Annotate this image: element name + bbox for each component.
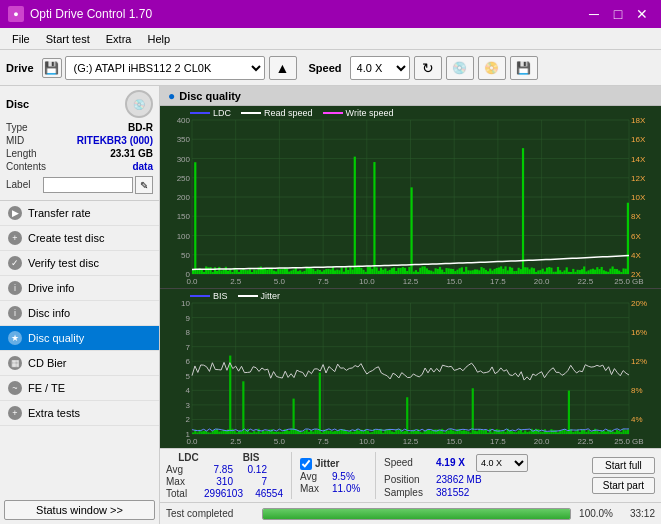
position-label: Position — [384, 474, 432, 485]
sidebar-item-disc-info[interactable]: i Disc info — [0, 301, 159, 326]
label-input[interactable] — [43, 177, 133, 193]
disc-label-label: Label — [6, 179, 30, 190]
start-part-button[interactable]: Start part — [592, 477, 655, 494]
ldc-bis-stats: LDC BIS Avg 7.85 0.12 Max 310 7 Total 29… — [166, 452, 283, 499]
bis-chart: BIS Jitter — [160, 289, 661, 448]
label-edit-button[interactable]: ✎ — [135, 176, 153, 194]
disc-icon: 💿 — [125, 90, 153, 118]
ldc-legend-label: LDC — [213, 108, 231, 118]
type-value: BD-R — [128, 122, 153, 133]
jitter-max: 11.0% — [332, 483, 367, 494]
mid-value: RITEKBR3 (000) — [77, 135, 153, 146]
title-bar: ● Opti Drive Control 1.70 ─ □ ✕ — [0, 0, 661, 28]
avg-label: Avg — [166, 464, 194, 475]
sidebar: Disc 💿 Type BD-R MID RITEKBR3 (000) Leng… — [0, 86, 160, 524]
sidebar-item-extra-tests[interactable]: + Extra tests — [0, 401, 159, 426]
extra-tests-label: Extra tests — [28, 407, 80, 419]
sidebar-item-disc-quality[interactable]: ★ Disc quality — [0, 326, 159, 351]
position-row: Position 23862 MB — [384, 474, 528, 485]
total-row: Total 2996103 46554 — [166, 488, 283, 499]
sidebar-item-create-test-disc[interactable]: + Create test disc — [0, 226, 159, 251]
speed-stat-select[interactable]: 4.0 X — [476, 454, 528, 472]
disc-panel-title: Disc — [6, 98, 29, 110]
mid-label: MID — [6, 135, 24, 146]
bis-legend-dot — [190, 295, 210, 297]
disc-button2[interactable]: 📀 — [478, 56, 506, 80]
disc-quality-header-icon: ● — [168, 89, 175, 103]
label-input-area: ✎ — [43, 176, 153, 194]
speed-val: 4.19 X — [436, 457, 472, 468]
speed-select[interactable]: 4.0 X — [350, 56, 410, 80]
extra-tests-icon: + — [8, 406, 22, 420]
sidebar-item-drive-info[interactable]: i Drive info — [0, 276, 159, 301]
menu-start-test[interactable]: Start test — [38, 31, 98, 47]
minimize-button[interactable]: ─ — [583, 3, 605, 25]
jitter-avg-row: Avg 9.5% — [300, 471, 367, 482]
bis-chart-legend: BIS Jitter — [190, 291, 280, 301]
bis-legend-label: BIS — [213, 291, 228, 301]
jitter-checkbox[interactable] — [300, 458, 312, 470]
speed-row: Speed 4.19 X 4.0 X — [384, 454, 528, 472]
status-window-button[interactable]: Status window >> — [4, 500, 155, 520]
cd-bier-icon: ▦ — [8, 356, 22, 370]
legend-jitter: Jitter — [238, 291, 281, 301]
bis-total: 46554 — [247, 488, 283, 499]
progress-time: 33:12 — [619, 508, 655, 519]
progress-bar-fill — [263, 509, 570, 519]
transfer-rate-icon: ▶ — [8, 206, 22, 220]
legend-bis: BIS — [190, 291, 228, 301]
divider2 — [375, 452, 376, 499]
bis-avg: 0.12 — [237, 464, 267, 475]
progress-area: Test completed 100.0% 33:12 — [160, 502, 661, 524]
start-buttons: Start full Start part — [592, 457, 655, 494]
ldc-chart-legend: LDC Read speed Write speed — [190, 108, 393, 118]
jitter-stats: Jitter Avg 9.5% Max 11.0% — [300, 458, 367, 494]
sidebar-item-cd-bier[interactable]: ▦ CD Bier — [0, 351, 159, 376]
sidebar-item-verify-test-disc[interactable]: ✓ Verify test disc — [0, 251, 159, 276]
drive-select[interactable]: (G:) ATAPI iHBS112 2 CL0K — [65, 56, 265, 80]
menu-file[interactable]: File — [4, 31, 38, 47]
disc-button1[interactable]: 💿 — [446, 56, 474, 80]
write-legend-label: Write speed — [346, 108, 394, 118]
ldc-max: 310 — [198, 476, 233, 487]
jitter-max-label: Max — [300, 483, 328, 494]
read-legend-label: Read speed — [264, 108, 313, 118]
verify-test-disc-icon: ✓ — [8, 256, 22, 270]
ldc-chart-canvas — [160, 106, 661, 288]
ldc-avg: 7.85 — [198, 464, 233, 475]
stats-headers: LDC BIS — [166, 452, 283, 463]
disc-quality-label: Disc quality — [28, 332, 84, 344]
jitter-avg: 9.5% — [332, 471, 367, 482]
speed-pos-stats: Speed 4.19 X 4.0 X Position 23862 MB Sam… — [384, 454, 528, 498]
create-test-disc-label: Create test disc — [28, 232, 104, 244]
maximize-button[interactable]: □ — [607, 3, 629, 25]
ldc-chart: LDC Read speed Write speed — [160, 106, 661, 289]
jitter-max-row: Max 11.0% — [300, 483, 367, 494]
bis-max: 7 — [237, 476, 267, 487]
right-content: ● Disc quality LDC Read speed — [160, 86, 661, 524]
sidebar-item-fe-te[interactable]: ~ FE / TE — [0, 376, 159, 401]
eject-button[interactable]: ▲ — [269, 56, 297, 80]
sidebar-item-transfer-rate[interactable]: ▶ Transfer rate — [0, 201, 159, 226]
disc-info-icon: i — [8, 306, 22, 320]
close-button[interactable]: ✕ — [631, 3, 653, 25]
total-label: Total — [166, 488, 194, 499]
jitter-stat-label: Jitter — [315, 458, 339, 469]
ldc-header: LDC — [166, 452, 211, 463]
menu-help[interactable]: Help — [139, 31, 178, 47]
fe-te-label: FE / TE — [28, 382, 65, 394]
progress-bar-container — [262, 508, 571, 520]
disc-quality-header: ● Disc quality — [160, 86, 661, 106]
save-button[interactable]: 💾 — [510, 56, 538, 80]
nav-items: ▶ Transfer rate + Create test disc ✓ Ver… — [0, 201, 159, 496]
length-value: 23.31 GB — [110, 148, 153, 159]
refresh-button[interactable]: ↻ — [414, 56, 442, 80]
speed-stat-label: Speed — [384, 457, 432, 468]
length-label: Length — [6, 148, 37, 159]
samples-row: Samples 381552 — [384, 487, 528, 498]
menu-bar: File Start test Extra Help — [0, 28, 661, 50]
menu-extra[interactable]: Extra — [98, 31, 140, 47]
start-full-button[interactable]: Start full — [592, 457, 655, 474]
samples-label: Samples — [384, 487, 432, 498]
progress-percent: 100.0% — [577, 508, 613, 519]
